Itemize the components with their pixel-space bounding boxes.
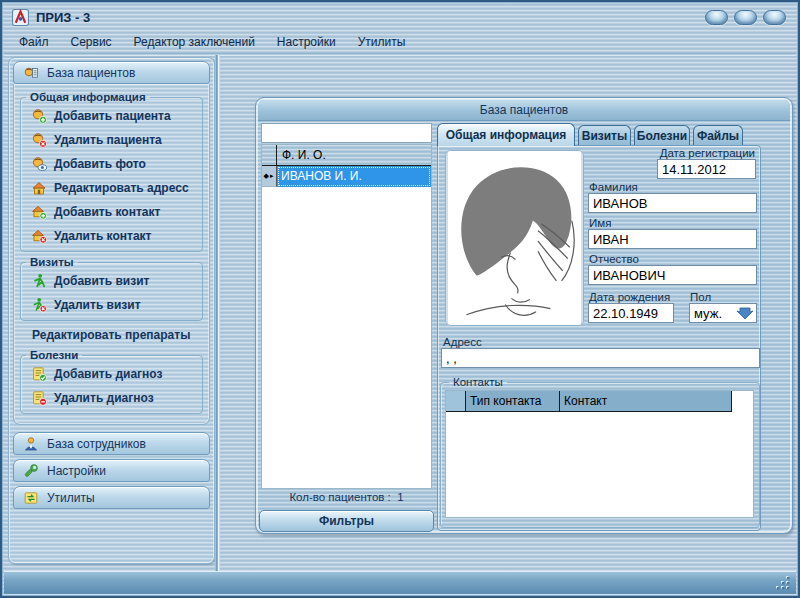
first-name-label: Имя bbox=[589, 217, 611, 229]
status-bar bbox=[4, 571, 796, 594]
sidebar-item-delete-patient[interactable]: Удалить пациента bbox=[21, 128, 202, 152]
contacts-group: Контакты Тип контакта Контакт bbox=[440, 376, 760, 528]
sidebar-item-add-patient[interactable]: Добавить пациента bbox=[21, 104, 202, 128]
sidebar-category-utilities[interactable]: Утилиты bbox=[13, 486, 210, 509]
menu-bar: Файл Сервис Редактор заключений Настройк… bbox=[4, 31, 796, 53]
group-diseases: Болезни Добавить диагноз bbox=[20, 349, 203, 414]
sidebar-item-label: Редактировать адресс bbox=[54, 181, 189, 195]
patronymic-field[interactable] bbox=[588, 265, 757, 285]
contacts-table-header: Тип контакта Контакт bbox=[446, 391, 753, 412]
add-contact-icon bbox=[31, 204, 47, 220]
add-photo-icon bbox=[31, 156, 47, 172]
contacts-header-filler bbox=[732, 391, 753, 412]
sidebar-item-delete-diagnosis[interactable]: Удалить диагноз bbox=[21, 386, 202, 410]
sidebar-item-delete-visit[interactable]: Удалить визит bbox=[21, 293, 202, 317]
group-general-info-label: Общая информация bbox=[26, 91, 150, 103]
edit-address-icon bbox=[31, 180, 47, 196]
employees-icon bbox=[23, 436, 39, 452]
registration-date-label: Дата регистрации bbox=[598, 147, 755, 159]
sidebar: База пациентов Общая информация Добавить… bbox=[8, 57, 215, 564]
title-bar: ПРИЗ - 3 bbox=[4, 4, 796, 31]
patients-panel: База пациентов Ф. И. О. ◆▸ ИВАНОВ И. И. … bbox=[255, 97, 793, 534]
sidebar-item-label: Добавить контакт bbox=[54, 205, 160, 219]
sidebar-item-add-contact[interactable]: Добавить контакт bbox=[21, 200, 202, 224]
table-row[interactable]: ◆▸ ИВАНОВ И. И. bbox=[262, 166, 431, 187]
minimize-button[interactable] bbox=[705, 10, 728, 25]
tab-general-info[interactable]: Общая информация bbox=[437, 123, 575, 146]
patient-photo-sketch bbox=[446, 151, 583, 325]
contacts-group-label: Контакты bbox=[449, 376, 507, 388]
patient-grid-header: Ф. И. О. bbox=[262, 145, 431, 166]
sidebar-item-label: Добавить диагноз bbox=[54, 367, 163, 381]
address-label: Адресс bbox=[443, 336, 482, 348]
contacts-table: Тип контакта Контакт bbox=[445, 390, 754, 518]
patient-grid: Ф. И. О. ◆▸ ИВАНОВ И. И. bbox=[261, 144, 432, 489]
sidebar-item-label: Добавить пациента bbox=[54, 109, 171, 123]
sex-dropdown[interactable]: муж. bbox=[689, 303, 757, 323]
group-general-info: Общая информация Добавить пациента bbox=[20, 91, 203, 252]
maximize-button[interactable] bbox=[734, 10, 757, 25]
patient-name-cell[interactable]: ИВАНОВ И. И. bbox=[277, 166, 431, 187]
sidebar-item-edit-drugs[interactable]: Редактировать препараты bbox=[18, 325, 205, 347]
menu-service[interactable]: Сервис bbox=[60, 32, 123, 52]
sidebar-item-label: Добавить фото bbox=[54, 157, 146, 171]
grid-gutter bbox=[262, 145, 277, 165]
surname-label: Фамилия bbox=[589, 181, 638, 193]
delete-diagnosis-icon bbox=[31, 390, 47, 406]
resize-grip[interactable] bbox=[775, 575, 790, 590]
sidebar-category-label: База сотрудников bbox=[47, 437, 146, 451]
sex-value: муж. bbox=[694, 306, 722, 321]
sidebar-category-label: База пациентов bbox=[47, 66, 135, 80]
sidebar-item-label: Удалить контакт bbox=[54, 229, 151, 243]
window-title: ПРИЗ - 3 bbox=[36, 10, 90, 25]
utilities-icon bbox=[23, 490, 39, 506]
general-info-tab-panel: Дата регистрации Фамилия Имя Отчество Да… bbox=[437, 145, 761, 531]
sidebar-item-add-visit[interactable]: Добавить визит bbox=[21, 269, 202, 293]
patient-photo bbox=[445, 150, 584, 326]
patronymic-label: Отчество bbox=[589, 253, 639, 265]
sidebar-item-label: Добавить визит bbox=[54, 274, 149, 288]
birth-date-field[interactable] bbox=[588, 303, 674, 323]
chevron-down-icon[interactable] bbox=[736, 306, 754, 320]
contacts-column-contact: Контакт bbox=[560, 391, 732, 412]
sidebar-item-label: Удалить пациента bbox=[54, 133, 162, 147]
sidebar-item-delete-contact[interactable]: Удалить контакт bbox=[21, 224, 202, 248]
group-visits: Визиты Добавить визит Удалить bbox=[20, 256, 203, 321]
sidebar-item-add-diagnosis[interactable]: Добавить диагноз bbox=[21, 362, 202, 386]
grid-column-fio: Ф. И. О. bbox=[277, 145, 431, 165]
menu-separator bbox=[4, 53, 796, 56]
sidebar-main-divider bbox=[215, 55, 220, 575]
group-diseases-label: Болезни bbox=[26, 349, 82, 361]
add-visit-icon bbox=[31, 273, 47, 289]
tab-visits[interactable]: Визиты bbox=[578, 125, 631, 146]
first-name-field[interactable] bbox=[588, 229, 757, 249]
menu-file[interactable]: Файл bbox=[8, 32, 60, 52]
close-button[interactable] bbox=[763, 10, 786, 25]
menu-report-editor[interactable]: Редактор заключений bbox=[123, 32, 266, 52]
tab-files[interactable]: Файлы bbox=[693, 125, 743, 146]
birth-date-label: Дата рождения bbox=[589, 291, 670, 303]
menu-settings[interactable]: Настройки bbox=[266, 32, 347, 52]
menu-utilities[interactable]: Утилиты bbox=[347, 32, 417, 52]
filters-button[interactable]: Фильтры bbox=[259, 510, 434, 532]
patient-search-input[interactable] bbox=[261, 123, 432, 143]
sidebar-panel: Общая информация Добавить пациента bbox=[13, 84, 210, 425]
app-window: ПРИЗ - 3 Файл Сервис Редактор заключений… bbox=[0, 0, 800, 598]
sidebar-item-add-photo[interactable]: Добавить фото bbox=[21, 152, 202, 176]
surname-field[interactable] bbox=[588, 193, 757, 213]
sidebar-category-patients[interactable]: База пациентов bbox=[13, 61, 210, 84]
app-logo-icon bbox=[12, 9, 29, 26]
sidebar-category-employees[interactable]: База сотрудников bbox=[13, 432, 210, 455]
sidebar-item-edit-address[interactable]: Редактировать адресс bbox=[21, 176, 202, 200]
patients-icon bbox=[23, 65, 39, 81]
patient-count-label: Кол-во пациентов : 1 bbox=[261, 491, 432, 508]
contacts-gutter bbox=[446, 391, 466, 412]
registration-date-field[interactable] bbox=[657, 159, 756, 179]
sidebar-category-settings[interactable]: Настройки bbox=[13, 459, 210, 482]
delete-contact-icon bbox=[31, 228, 47, 244]
address-field[interactable] bbox=[441, 348, 760, 368]
patients-panel-title: База пациентов bbox=[258, 100, 790, 121]
delete-visit-icon bbox=[31, 297, 47, 313]
tab-diseases[interactable]: Болезни bbox=[634, 125, 690, 146]
sidebar-item-label: Удалить диагноз bbox=[54, 391, 154, 405]
